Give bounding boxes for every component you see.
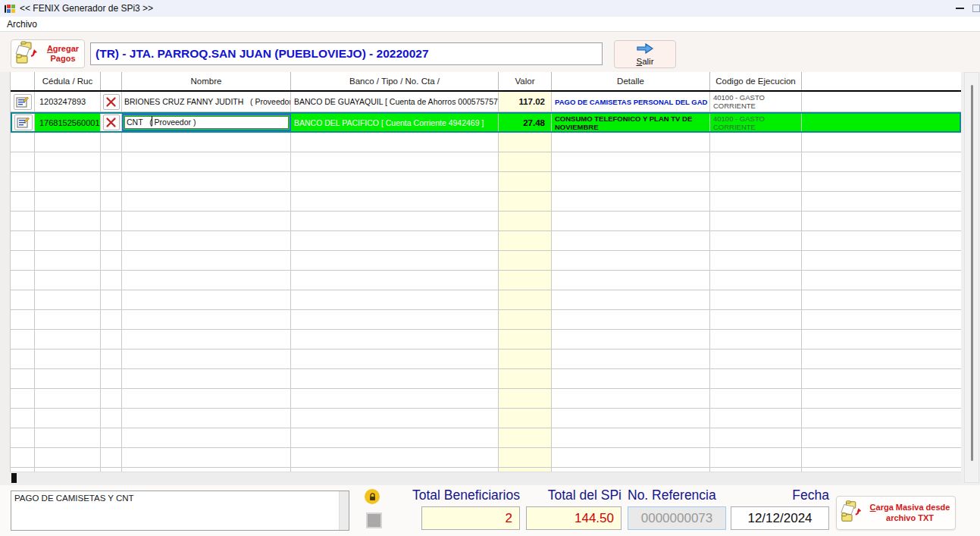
- cell-cedula[interactable]: 1768152560001: [35, 114, 101, 131]
- menu-archivo[interactable]: Archivo: [0, 19, 44, 30]
- folders-with-arrow-icon: [840, 500, 866, 526]
- table-empty-row: [11, 172, 961, 192]
- horizontal-scrollbar-thumb[interactable]: [11, 473, 17, 483]
- header-delete-col: [101, 72, 122, 90]
- cell-nombre[interactable]: BRIONES CRUZ FANNY JUDITH ( Proveedor ): [122, 92, 291, 112]
- salir-button[interactable]: Salir: [614, 40, 676, 68]
- table-empty-row: [11, 448, 961, 468]
- cell-banco[interactable]: BANCO DEL PACIFICO [ Cuenta Corriente 49…: [291, 114, 499, 131]
- total-beneficiarios-value: 2: [421, 506, 520, 530]
- table-row-selected: 1768152560001 CNT ( Proveedor ) BANCO DE…: [11, 112, 961, 133]
- nombre-edit-input[interactable]: CNT ( Proveedor ): [124, 116, 289, 129]
- table-empty-row: [11, 409, 961, 428]
- fecha-label: Fecha: [720, 487, 829, 503]
- table-empty-row: [11, 428, 961, 448]
- horizontal-scrollbar[interactable]: [10, 472, 961, 483]
- restore-button[interactable]: [972, 0, 980, 17]
- table-empty-row: [11, 231, 961, 251]
- agregar-pagos-label: Agregar Pagos: [45, 44, 81, 63]
- cell-valor[interactable]: 117.02: [499, 92, 552, 112]
- status-square[interactable]: [366, 512, 382, 528]
- carga-masiva-label: Carga Masiva desde archivo TXT: [868, 503, 952, 522]
- agregar-pagos-button[interactable]: Agregar Pagos: [11, 39, 85, 68]
- text-caret: [152, 116, 152, 126]
- red-x-icon: [106, 97, 116, 107]
- folders-with-arrow-icon: [14, 41, 42, 67]
- table-empty-row: [11, 133, 961, 152]
- no-referencia-value: 0000000073: [628, 506, 726, 530]
- edit-row-button[interactable]: [14, 94, 32, 110]
- fenix-spi3-window: << FENIX Generador de SPi3 >> Archivo: [0, 0, 980, 536]
- table-empty-row: [11, 369, 961, 389]
- salir-label: Salir: [636, 57, 653, 66]
- descripcion-text: PAGO DE CAMISETAS Y CNT: [14, 494, 337, 503]
- vertical-scrollbar[interactable]: [964, 72, 979, 483]
- table-empty-row: [11, 310, 961, 330]
- descripcion-scrollbar[interactable]: [339, 491, 349, 530]
- delete-row-button[interactable]: [103, 114, 120, 130]
- table-empty-row: [11, 212, 961, 231]
- title-bar: << FENIX Generador de SPi3 >>: [0, 0, 980, 17]
- table-empty-row: [11, 251, 961, 271]
- table-row: 1203247893 BRIONES CRUZ FANNY JUDITH ( P…: [11, 92, 961, 112]
- table-empty-row: [11, 152, 961, 172]
- header-edit-col: [11, 72, 35, 90]
- cell-nombre-editing: CNT ( Proveedor ): [122, 114, 291, 131]
- descripcion-textarea[interactable]: PAGO DE CAMISETAS Y CNT: [11, 491, 349, 531]
- header-cedula: Cédula / Ruc: [35, 72, 101, 90]
- table-empty-row: [11, 290, 961, 310]
- spi-title-input[interactable]: [90, 42, 603, 65]
- blue-right-arrow-icon: [636, 43, 654, 56]
- table-empty-row: [11, 389, 961, 409]
- header-extra-col: [802, 72, 961, 90]
- table-header-row: Cédula / Ruc Nombre Banco / Tipo / No. C…: [11, 72, 961, 92]
- header-valor: Valor: [499, 72, 552, 90]
- form-pencil-icon: [17, 117, 30, 128]
- menu-bar: Archivo: [0, 17, 980, 32]
- table-empty-row: [11, 349, 961, 369]
- table-empty-row: [11, 192, 961, 212]
- empty-rows-container: [11, 133, 961, 472]
- cell-banco[interactable]: BANCO DE GUAYAQUIL [ Cuenta de Ahorros 0…: [291, 92, 499, 112]
- form-pencil-icon: [16, 96, 29, 108]
- vertical-scrollbar-thumb[interactable]: [971, 85, 973, 461]
- header-codigo: Codigo de Ejecucion: [710, 72, 802, 90]
- table-empty-row: [11, 271, 961, 290]
- fecha-value[interactable]: 12/12/2024: [731, 506, 829, 530]
- total-spi-value: 144.50: [526, 506, 622, 530]
- cell-codigo[interactable]: 40100 - GASTO CORRIENTE: [710, 92, 802, 112]
- minimize-button[interactable]: [947, 0, 972, 17]
- cell-valor[interactable]: 27.48: [499, 114, 552, 131]
- cell-extra: [802, 92, 961, 112]
- cell-detalle[interactable]: CONSUMO TELEFONICO Y PLAN TV DE NOVIEMBR…: [552, 114, 710, 131]
- cell-extra: [802, 114, 960, 131]
- total-spi-label: Total del SPi: [500, 487, 622, 503]
- total-beneficiarios-label: Total Beneficiarios: [371, 487, 520, 503]
- payments-table: Cédula / Ruc Nombre Banco / Tipo / No. C…: [10, 72, 961, 472]
- carga-masiva-button[interactable]: Carga Masiva desde archivo TXT: [836, 496, 956, 530]
- header-detalle: Detalle: [552, 72, 710, 90]
- red-x-icon: [106, 118, 116, 127]
- app-icon: [4, 4, 15, 14]
- table-empty-row: [11, 330, 961, 349]
- delete-row-button[interactable]: [103, 94, 120, 110]
- header-banco: Banco / Tipo / No. Cta /: [291, 72, 499, 90]
- footer-panel: PAGO DE CAMISETAS Y CNT Total Beneficiar…: [0, 485, 980, 536]
- cell-cedula[interactable]: 1203247893: [35, 92, 101, 112]
- edit-row-button[interactable]: [14, 114, 33, 130]
- window-title: << FENIX Generador de SPi3 >>: [20, 3, 153, 14]
- cell-codigo[interactable]: 40100 - GASTO CORRIENTE: [710, 114, 802, 131]
- header-nombre: Nombre: [122, 72, 291, 90]
- cell-detalle[interactable]: PAGO DE CAMISETAS PERSONAL DEL GAD: [552, 92, 710, 112]
- toolbar: Agregar Pagos Salir: [0, 32, 980, 72]
